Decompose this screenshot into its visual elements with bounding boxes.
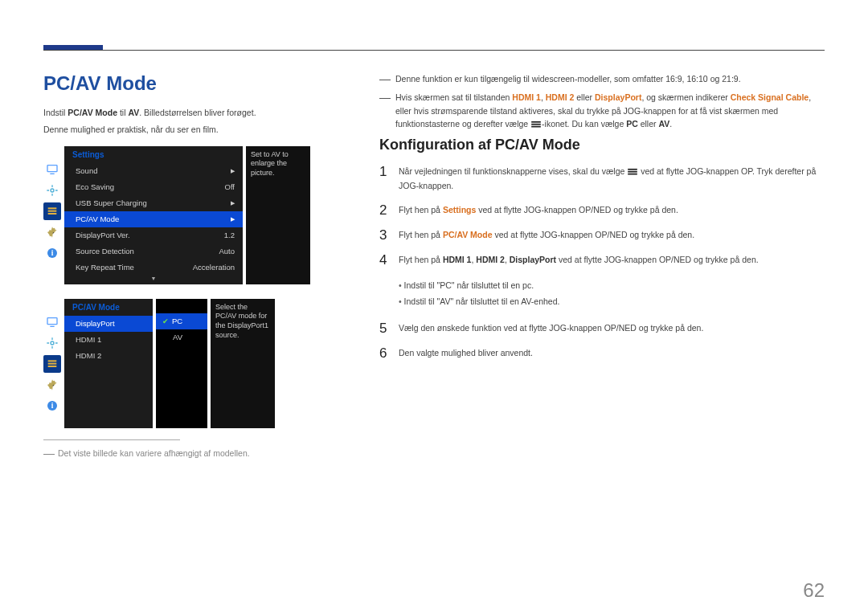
steps-list-cont: 5 Vælg den ønskede funktion ved at flytt… bbox=[379, 321, 825, 360]
osd-scroll-down-icon: ▼ bbox=[64, 276, 243, 284]
gear-icon bbox=[43, 223, 61, 241]
svg-rect-13 bbox=[48, 362, 57, 364]
list-icon bbox=[43, 202, 61, 220]
svg-rect-3 bbox=[48, 207, 57, 209]
svg-text:i: i bbox=[51, 402, 54, 410]
svg-point-2 bbox=[51, 189, 54, 192]
osd-sub-row: AV bbox=[156, 329, 207, 345]
osd-pcav-menu: PC/AV Mode DisplayPort HDMI 1 HDMI 2 bbox=[64, 299, 153, 428]
osd-tooltip: Select the PC/AV mode for the DisplayPor… bbox=[211, 299, 275, 428]
footnote-divider bbox=[43, 439, 180, 440]
osd-side-icons: i bbox=[43, 299, 61, 428]
dash-icon: ― bbox=[43, 447, 55, 459]
osd-row: HDMI 2 bbox=[64, 348, 153, 364]
intro-paragraph: Indstil PC/AV Mode til AV. Billedstørrel… bbox=[43, 106, 357, 120]
osd-settings-menu: Settings Sound▶ Eco SavingOff USB Super … bbox=[64, 146, 243, 284]
header-divider bbox=[43, 50, 825, 51]
check-icon: ✔ bbox=[162, 317, 169, 325]
t: AV bbox=[128, 108, 139, 117]
footnote: ― Det viste billede kan variere afhængig… bbox=[43, 447, 357, 464]
t: PC/AV Mode bbox=[68, 108, 117, 117]
osd-header: Settings bbox=[64, 146, 243, 163]
osd-row: USB Super Charging▶ bbox=[64, 195, 243, 211]
intro-paragraph-2: Denne mulighed er praktisk, når du ser e… bbox=[43, 123, 357, 137]
target-icon bbox=[43, 182, 61, 199]
list-icon bbox=[43, 355, 61, 373]
osd-row: Eco SavingOff bbox=[64, 179, 243, 195]
content-columns: PC/AV Mode Indstil PC/AV Mode til AV. Bi… bbox=[43, 72, 825, 463]
svg-rect-9 bbox=[47, 317, 57, 324]
step-number: 1 bbox=[379, 165, 391, 192]
osd-row: DisplayPort Ver.1.2 bbox=[64, 227, 243, 243]
osd-side-icons: i bbox=[43, 146, 61, 284]
info-icon: i bbox=[43, 244, 61, 262]
osd-tooltip: Set to AV to enlarge the picture. bbox=[246, 146, 310, 284]
svg-rect-0 bbox=[47, 165, 57, 171]
svg-rect-18 bbox=[531, 121, 541, 123]
monitor-icon bbox=[43, 161, 61, 178]
bullet-item: Indstil til "PC" når tilsluttet til en p… bbox=[399, 278, 825, 294]
osd-row: HDMI 1 bbox=[64, 332, 153, 348]
t: . Billedstørrelsen bliver forøget. bbox=[139, 108, 256, 117]
dash-icon: ― bbox=[379, 73, 391, 86]
t: Indstil bbox=[43, 108, 68, 117]
osd-panel-2: i PC/AV Mode DisplayPort HDMI 1 HDMI 2 ✔… bbox=[43, 299, 357, 428]
osd-row: Key Repeat TimeAcceleration bbox=[64, 260, 243, 276]
step-number: 2 bbox=[379, 203, 391, 217]
svg-rect-14 bbox=[48, 366, 57, 367]
step-text: Når vejledningen til funktionsknapperne … bbox=[399, 165, 825, 192]
osd-row-selected: DisplayPort bbox=[64, 316, 153, 332]
dash-icon: ― bbox=[379, 92, 391, 132]
menu-icon bbox=[627, 166, 638, 179]
note-text: Hvis skærmen sat til tilstanden HDMI 1, … bbox=[395, 91, 825, 132]
step-item: 5 Vælg den ønskede funktion ved at flytt… bbox=[379, 321, 825, 335]
step-text: Flyt hen på HDMI 1, HDMI 2, DisplayPort … bbox=[399, 253, 825, 267]
svg-point-11 bbox=[51, 341, 54, 345]
right-column: ― Denne funktion er kun tilgængelig til … bbox=[379, 72, 825, 463]
svg-text:i: i bbox=[51, 249, 54, 257]
osd-row: Source DetectionAuto bbox=[64, 243, 243, 260]
t: til bbox=[117, 108, 128, 117]
step-item: 4 Flyt hen på HDMI 1, HDMI 2, DisplayPor… bbox=[379, 253, 825, 267]
page-number: 62 bbox=[803, 579, 825, 602]
left-column: PC/AV Mode Indstil PC/AV Mode til AV. Bi… bbox=[43, 72, 357, 463]
svg-rect-20 bbox=[531, 126, 541, 128]
step-text: Flyt hen på Settings ved at flytte JOG-k… bbox=[399, 203, 825, 217]
step-text: Vælg den ønskede funktion ved at flytte … bbox=[399, 321, 825, 335]
step-number: 3 bbox=[379, 228, 391, 242]
osd-sub-row-selected: ✔PC bbox=[156, 313, 207, 329]
osd-header: PC/AV Mode bbox=[64, 299, 153, 316]
gear-icon bbox=[43, 376, 61, 394]
step-item: 1 Når vejledningen til funktionsknappern… bbox=[379, 165, 825, 192]
section-title: PC/AV Mode bbox=[43, 72, 357, 95]
step-number: 6 bbox=[379, 346, 391, 360]
note-text: Denne funktion er kun tilgængelig til wi… bbox=[395, 72, 741, 86]
steps-list: 1 Når vejledningen til funktionsknappern… bbox=[379, 165, 825, 267]
step-text: Den valgte mulighed bliver anvendt. bbox=[399, 346, 825, 360]
monitor-icon bbox=[43, 313, 61, 331]
svg-rect-19 bbox=[531, 124, 541, 125]
svg-rect-22 bbox=[628, 171, 637, 173]
note-a: ― Denne funktion er kun tilgængelig til … bbox=[379, 72, 825, 86]
step-item: 6 Den valgte mulighed bliver anvendt. bbox=[379, 346, 825, 360]
svg-rect-12 bbox=[48, 360, 57, 362]
step-number: 4 bbox=[379, 253, 391, 267]
note-b: ― Hvis skærmen sat til tilstanden HDMI 1… bbox=[379, 91, 825, 132]
bullet-item: Indstil til "AV" når tilsluttet til en A… bbox=[399, 294, 825, 310]
bullet-list: Indstil til "PC" når tilsluttet til en p… bbox=[399, 278, 825, 310]
subsection-title: Konfiguration af PC/AV Mode bbox=[379, 137, 825, 153]
step-item: 3 Flyt hen på PC/AV Mode ved at flytte J… bbox=[379, 228, 825, 242]
step-item: 2 Flyt hen på Settings ved at flytte JOG… bbox=[379, 203, 825, 217]
svg-rect-4 bbox=[48, 210, 57, 211]
target-icon bbox=[43, 334, 61, 352]
osd-panel-1: i Settings Sound▶ Eco SavingOff USB Supe… bbox=[43, 146, 357, 284]
osd-row: Sound▶ bbox=[64, 163, 243, 179]
step-number: 5 bbox=[379, 321, 391, 335]
osd-row-selected: PC/AV Mode▶ bbox=[64, 211, 243, 227]
svg-rect-5 bbox=[48, 213, 57, 215]
menu-icon bbox=[530, 118, 542, 132]
svg-rect-21 bbox=[628, 169, 637, 170]
svg-rect-23 bbox=[628, 174, 637, 175]
osd-submenu: ✔PC AV bbox=[156, 299, 207, 428]
info-icon: i bbox=[43, 397, 61, 415]
